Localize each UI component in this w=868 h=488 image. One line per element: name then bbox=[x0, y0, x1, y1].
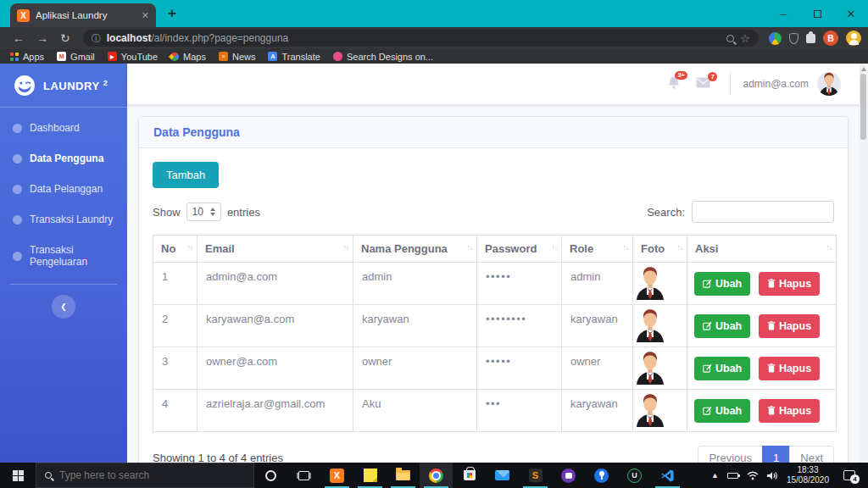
sidebar-item-data-pelanggan[interactable]: Data Pelanggan bbox=[0, 174, 127, 204]
start-button[interactable] bbox=[0, 463, 36, 488]
secondary-profile-icon[interactable] bbox=[846, 30, 861, 46]
task-view-button[interactable] bbox=[287, 463, 320, 488]
microsoft-store-icon bbox=[464, 470, 476, 480]
delete-button[interactable]: Hapus bbox=[759, 314, 820, 338]
edit-button[interactable]: Ubah bbox=[694, 357, 750, 380]
sublime-text-app[interactable]: S bbox=[519, 463, 552, 488]
extensions-puzzle-icon[interactable] bbox=[806, 34, 815, 43]
pin-app[interactable] bbox=[585, 463, 618, 488]
scrollbar-thumb[interactable] bbox=[860, 74, 866, 140]
edit-button[interactable]: Ubah bbox=[694, 314, 750, 338]
bookmark-youtube[interactable]: ▶YouTube bbox=[108, 52, 158, 62]
page-scrollbar[interactable] bbox=[859, 64, 868, 463]
bookmark-star-icon[interactable]: ☆ bbox=[740, 33, 750, 44]
minimize-button[interactable]: – bbox=[766, 0, 800, 27]
bookmark-apps[interactable]: Apps bbox=[10, 52, 44, 62]
new-tab-button[interactable]: + bbox=[168, 5, 176, 22]
file-explorer-app[interactable] bbox=[387, 463, 420, 488]
zoom-icon[interactable] bbox=[726, 35, 734, 42]
header-role[interactable]: Role↑↓ bbox=[562, 236, 633, 263]
tray-time: 18:33 bbox=[787, 465, 829, 476]
forward-icon[interactable]: → bbox=[36, 32, 48, 44]
vscode-app[interactable] bbox=[651, 463, 684, 488]
edit-button[interactable]: Ubah bbox=[694, 399, 750, 423]
reload-icon[interactable]: ↻ bbox=[60, 32, 70, 44]
back-icon[interactable]: ← bbox=[13, 32, 25, 44]
edit-button[interactable]: Ubah bbox=[694, 272, 750, 296]
header-foto[interactable]: Foto↑↓ bbox=[633, 236, 687, 263]
bookmark-translate[interactable]: ATranslate bbox=[268, 52, 320, 62]
bookmark-maps[interactable]: Maps bbox=[170, 52, 206, 62]
taskbar-search-input[interactable] bbox=[59, 469, 245, 481]
address-bar[interactable]: ⓘ localhost/al/index.php?page=pengguna ☆ bbox=[83, 30, 759, 47]
delete-button[interactable]: Hapus bbox=[759, 272, 820, 296]
cell-aksi: Ubah Hapus bbox=[687, 390, 837, 432]
alerts-bell[interactable]: 3+ bbox=[667, 75, 681, 93]
table-row: 1 admin@a.com admin ••••• admin Ubah bbox=[153, 263, 837, 305]
maps-pin-icon bbox=[169, 50, 181, 62]
card-title: Data Pengguna bbox=[139, 117, 848, 148]
tray-chevron-icon[interactable]: ▲ bbox=[711, 471, 719, 480]
xampp-app[interactable]: Χ bbox=[320, 463, 353, 488]
user-avatar[interactable] bbox=[817, 72, 841, 96]
sticky-notes-app[interactable] bbox=[353, 463, 387, 488]
add-button[interactable]: Tambah bbox=[153, 162, 219, 188]
chrome-icon bbox=[429, 469, 443, 483]
sidebar-item-transaksi-laundry[interactable]: Transaksi Laundry bbox=[0, 204, 127, 235]
brand[interactable]: LAUNDRY 2 bbox=[0, 64, 127, 107]
restore-button[interactable] bbox=[800, 0, 834, 27]
tab-close-icon[interactable]: ✕ bbox=[142, 10, 149, 21]
wifi-icon[interactable] bbox=[747, 471, 759, 480]
sidebar-item-transaksi-pengeluaran[interactable]: Transaksi Pengeluaran bbox=[0, 235, 127, 277]
purple-app[interactable] bbox=[552, 463, 585, 488]
action-center-button[interactable]: 4 bbox=[837, 470, 861, 480]
battery-icon[interactable] bbox=[727, 473, 738, 479]
header-aksi[interactable]: Aksi↑↓ bbox=[687, 236, 837, 263]
chrome-app[interactable] bbox=[420, 463, 453, 488]
taskbar-search[interactable] bbox=[36, 463, 254, 488]
brand-title: LAUNDRY 2 bbox=[43, 79, 108, 92]
bookmark-search-designs[interactable]: Search Designs on... bbox=[333, 52, 433, 62]
bookmark-news[interactable]: ≡News bbox=[219, 52, 256, 62]
iobit-app[interactable]: U bbox=[618, 463, 651, 488]
cell-role: karyawan bbox=[562, 390, 633, 432]
length-select[interactable]: 10 bbox=[186, 202, 221, 221]
user-email: admin@a.com bbox=[743, 78, 809, 90]
laundry-transaction-icon bbox=[13, 215, 22, 225]
sidebar-item-dashboard[interactable]: Dashboard bbox=[0, 113, 127, 143]
shield-extension-icon[interactable] bbox=[789, 33, 798, 44]
volume-icon[interactable] bbox=[767, 471, 778, 480]
tab-title: Aplikasi Laundry bbox=[36, 10, 136, 20]
tray-clock[interactable]: 18:33 15/08/2020 bbox=[787, 465, 829, 486]
close-button[interactable]: ✕ bbox=[834, 0, 868, 27]
sort-icon: ↑↓ bbox=[826, 243, 832, 252]
scrollbar-up-icon[interactable] bbox=[861, 67, 866, 71]
cell-aksi: Ubah Hapus bbox=[687, 263, 837, 305]
messages-envelope[interactable]: 7 bbox=[696, 76, 710, 92]
select-caret-icon bbox=[210, 208, 215, 216]
cortana-button[interactable] bbox=[254, 463, 287, 488]
microsoft-store-app[interactable] bbox=[453, 463, 486, 488]
header-nama-pengguna[interactable]: Nama Pengguna↑↓ bbox=[353, 236, 477, 263]
profile-avatar-icon[interactable]: B bbox=[823, 30, 838, 46]
header-email[interactable]: Email↑↓ bbox=[198, 236, 353, 263]
bookmark-gmail[interactable]: MGmail bbox=[57, 52, 95, 62]
idm-extension-icon[interactable] bbox=[769, 32, 782, 45]
user-photo bbox=[635, 308, 665, 342]
table-search-control: Search: bbox=[647, 201, 834, 223]
translate-icon: A bbox=[268, 52, 277, 61]
sidebar: LAUNDRY 2 Dashboard Data Pengguna Data P… bbox=[0, 64, 127, 463]
delete-button[interactable]: Hapus bbox=[759, 399, 820, 423]
sidebar-divider bbox=[0, 107, 127, 108]
delete-button[interactable]: Hapus bbox=[759, 357, 820, 380]
sidebar-toggle-button[interactable]: ❮ bbox=[52, 295, 75, 319]
mail-app[interactable] bbox=[486, 463, 519, 488]
header-no[interactable]: No↑↓ bbox=[153, 236, 198, 263]
sidebar-item-data-pengguna[interactable]: Data Pengguna bbox=[0, 143, 127, 174]
edit-icon bbox=[703, 321, 712, 330]
site-info-icon[interactable]: ⓘ bbox=[92, 32, 101, 45]
user-photo bbox=[635, 393, 665, 427]
header-password[interactable]: Password↑↓ bbox=[477, 236, 562, 263]
browser-tab[interactable]: Χ Aplikasi Laundry ✕ bbox=[10, 3, 156, 27]
search-input[interactable] bbox=[692, 201, 834, 223]
